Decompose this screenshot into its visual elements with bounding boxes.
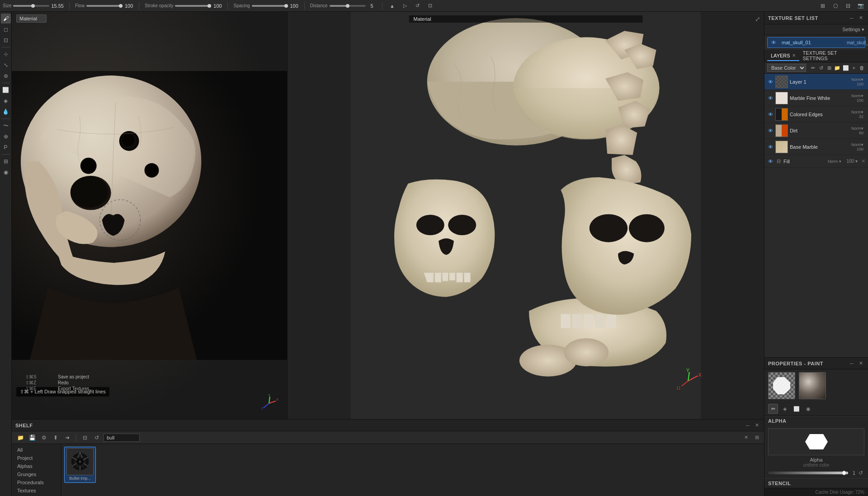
layer-item-dirt[interactable]: 👁 Dirt Norm▾ 60 bbox=[764, 123, 868, 139]
layer-item-base-marble[interactable]: 👁 Base Marble Norm▾ 100 bbox=[764, 139, 868, 155]
shelf-close-btn[interactable]: ✕ bbox=[753, 422, 760, 429]
size-value[interactable]: 15.55 bbox=[51, 3, 64, 9]
selection-tool[interactable]: ⊹ bbox=[1, 49, 11, 59]
layer-info-1: Layer 1 bbox=[790, 79, 843, 85]
properties-close-btn[interactable]: ✕ bbox=[857, 360, 864, 367]
shelf-search-input[interactable] bbox=[104, 434, 140, 442]
layer-item-marble-fine-white[interactable]: 👁 Marble Fine White Norm▾ 100 bbox=[764, 90, 868, 106]
stroke-opacity-value[interactable]: 100 bbox=[213, 3, 222, 9]
fill-layer-delete[interactable]: ✕ bbox=[861, 158, 865, 164]
layer-eye-dirt[interactable]: 👁 bbox=[767, 128, 774, 134]
shelf-import-icon[interactable]: ⬆ bbox=[51, 433, 61, 443]
toolbar-view-2d[interactable]: ⊞ bbox=[818, 1, 827, 10]
geometry-mask-tool[interactable]: ◈ bbox=[1, 96, 11, 106]
texture-set-list-close-btn[interactable]: ✕ bbox=[857, 14, 864, 22]
layer-tool-add-folder[interactable]: 📁 bbox=[834, 64, 840, 72]
base-color-select[interactable]: Base Color Roughness Metallic Normal bbox=[767, 64, 806, 72]
layer-tool-delete[interactable]: 🗑 bbox=[859, 64, 865, 72]
tab-layers[interactable]: LAYERS ✕ bbox=[767, 51, 799, 61]
settings-dropdown-btn[interactable]: Settings ▾ bbox=[842, 27, 864, 33]
stroke-opacity-slider[interactable] bbox=[175, 5, 211, 7]
layer-tool-pencil[interactable]: ✏ bbox=[810, 64, 816, 72]
texture-set-name-input[interactable] bbox=[782, 40, 844, 45]
shelf-grid-icon[interactable]: ⊞ bbox=[753, 434, 760, 441]
tab-layers-close[interactable]: ✕ bbox=[792, 53, 796, 58]
toolbar-view-3d[interactable]: ⬡ bbox=[831, 1, 840, 10]
shelf-x-icon[interactable]: ✕ bbox=[742, 434, 750, 441]
shelf-category-procedurals[interactable]: Procedurals bbox=[12, 478, 61, 487]
toolbar-camera[interactable]: 📷 bbox=[856, 1, 865, 10]
fill-tool[interactable]: ⬜ bbox=[1, 85, 11, 95]
layer-item-colored-edges[interactable]: 👁 Colored Edges Norm▾ 32 bbox=[764, 106, 868, 123]
toolbar-icon-2[interactable]: ▷ bbox=[401, 1, 410, 10]
projection-tool[interactable]: ⊡ bbox=[1, 35, 11, 45]
smudge-tool[interactable]: 〜 bbox=[1, 121, 11, 131]
viewport-2d-controls[interactable]: ⤢ bbox=[755, 15, 760, 23]
shelf-refresh-icon[interactable]: ↺ bbox=[92, 433, 102, 443]
shelf-item-bullet-impact[interactable]: Bullet Imp... bbox=[64, 447, 96, 483]
toolbar-icon-4[interactable]: ⊡ bbox=[426, 1, 435, 10]
layer-eye-1[interactable]: 👁 bbox=[767, 79, 774, 85]
svg-line-12 bbox=[269, 401, 276, 403]
toolbar-view-split[interactable]: ⊟ bbox=[844, 1, 853, 10]
eraser-tool[interactable]: ◻ bbox=[1, 24, 11, 34]
layer-eye-marble[interactable]: 👁 bbox=[767, 95, 774, 101]
layer-eye-colored-edges[interactable]: 👁 bbox=[767, 111, 774, 118]
shelf-category-grunges[interactable]: Grunges bbox=[12, 470, 61, 478]
brush-preview-thumb bbox=[768, 372, 795, 399]
texture-set-eye-icon[interactable]: 👁 bbox=[771, 40, 776, 45]
distance-value[interactable]: 5 bbox=[368, 3, 377, 9]
spacing-value[interactable]: 100 bbox=[290, 3, 299, 9]
toolbar-icon-3[interactable]: ↺ bbox=[413, 1, 422, 10]
layer-tool-add-paint[interactable]: + bbox=[851, 64, 857, 72]
clone-tool[interactable]: ⊕ bbox=[1, 132, 11, 142]
spacing-slider[interactable] bbox=[252, 5, 288, 7]
layer-eye-fill[interactable]: 👁 bbox=[767, 158, 774, 165]
prop-tab-square[interactable]: ⬜ bbox=[792, 404, 802, 414]
bake-tool[interactable]: ⊞ bbox=[1, 156, 11, 166]
texture-set-list-minimize-btn[interactable]: ─ bbox=[848, 14, 855, 22]
prop-tab-material[interactable]: ◈ bbox=[780, 404, 790, 414]
shelf-filter-icon[interactable]: ⊟ bbox=[80, 433, 90, 443]
distance-slider[interactable] bbox=[330, 5, 366, 7]
shelf-folder-icon[interactable]: 📁 bbox=[15, 433, 25, 443]
size-slider[interactable] bbox=[13, 5, 49, 7]
shelf-save-icon[interactable]: 💾 bbox=[27, 433, 37, 443]
tab-texture-set-settings[interactable]: TEXTURE SET SETTINGS bbox=[799, 50, 865, 64]
alpha-rotate-icon[interactable]: ↺ bbox=[857, 469, 864, 477]
physics-tool[interactable]: ◉ bbox=[1, 167, 11, 177]
color-picker-tool[interactable]: 💧 bbox=[1, 107, 11, 117]
viewport-2d[interactable]: X Y U Material ⤢ bbox=[288, 12, 764, 419]
shelf-settings-icon[interactable]: ⚙ bbox=[39, 433, 49, 443]
toolbar-icon-1[interactable]: ▲ bbox=[388, 1, 397, 10]
layer-tool-add-fill[interactable]: ⬜ bbox=[843, 64, 849, 72]
anchor-tool[interactable]: ⊛ bbox=[1, 71, 11, 81]
layer-item-1[interactable]: 👁 Layer 1 Norm▾ 100 bbox=[764, 74, 868, 90]
flow-slider[interactable] bbox=[86, 5, 123, 7]
alpha-slider[interactable] bbox=[768, 472, 848, 474]
shelf-export-icon[interactable]: ➜ bbox=[62, 433, 72, 443]
texture-set-item[interactable]: 👁 mat_skull_01 bbox=[767, 37, 865, 48]
shelf-category-textures[interactable]: Textures bbox=[12, 487, 61, 495]
viewport-3d[interactable]: Material ⇧⌘ + Left Draw snapped straight… bbox=[12, 12, 288, 419]
svg-point-10 bbox=[146, 165, 157, 176]
transform-tool[interactable]: ⤡ bbox=[1, 60, 11, 70]
viewport-2d-expand-icon[interactable]: ⤢ bbox=[755, 15, 760, 23]
prop-tab-circle[interactable]: ◉ bbox=[803, 404, 813, 414]
shelf-category-project[interactable]: Project bbox=[12, 454, 61, 462]
layer-eye-base-marble[interactable]: 👁 bbox=[767, 144, 774, 150]
svg-line-16 bbox=[264, 403, 269, 408]
prop-tab-paint[interactable]: ✏ bbox=[768, 404, 778, 414]
layer-tool-rotate[interactable]: ↺ bbox=[818, 64, 824, 72]
shelf-minimize-btn[interactable]: ─ bbox=[744, 422, 751, 429]
text-tool[interactable]: P bbox=[1, 142, 11, 152]
fill-layer[interactable]: 👁 ⊟ Fill Norm ▾ 100 ▾ ✕ bbox=[764, 155, 868, 168]
paint-brush-tool[interactable]: 🖌 bbox=[1, 14, 11, 24]
flow-value[interactable]: 100 bbox=[124, 3, 133, 9]
layer-tool-copy[interactable]: ⊞ bbox=[826, 64, 832, 72]
viewport-3d-dropdown[interactable]: Material bbox=[16, 14, 47, 23]
shelf-category-alphas[interactable]: Alphas bbox=[12, 462, 61, 470]
shelf-category-all[interactable]: All bbox=[12, 446, 61, 454]
properties-minimize-btn[interactable]: ─ bbox=[848, 360, 855, 367]
shortcut-key-2: ⇧⌘Z bbox=[25, 380, 52, 385]
